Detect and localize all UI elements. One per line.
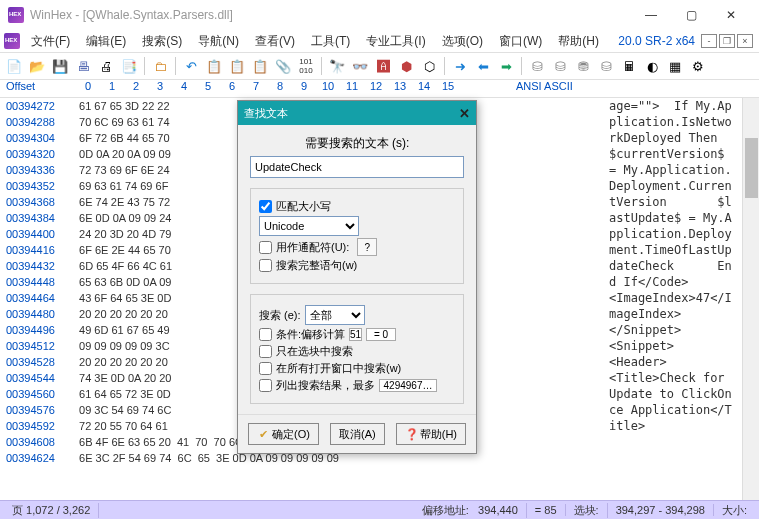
help-button[interactable]: ❓帮助(H) <box>396 423 466 445</box>
sel-only-checkbox[interactable] <box>259 345 272 358</box>
hex-cell[interactable]: 6D 65 4F 66 4C 61 <box>76 258 172 274</box>
hex-cell[interactable]: 43 6F 64 65 3E 0D <box>76 290 171 306</box>
save-icon[interactable]: 💾 <box>50 56 70 76</box>
menu-edit[interactable]: 编辑(E) <box>79 31 133 52</box>
find-next-icon[interactable]: ⬢ <box>396 56 416 76</box>
undo-icon[interactable]: ↶ <box>181 56 201 76</box>
find-text-icon[interactable]: 🅰 <box>373 56 393 76</box>
maximize-button[interactable]: ▢ <box>671 1 711 29</box>
offset-cell: 00394336 <box>0 162 76 178</box>
offset-cell: 00394608 <box>0 434 76 450</box>
list-results-checkbox[interactable] <box>259 379 272 392</box>
disk2-icon[interactable]: ⛁ <box>550 56 570 76</box>
vertical-scrollbar[interactable] <box>742 98 759 500</box>
find-hex-icon[interactable]: 👓 <box>350 56 370 76</box>
calc-icon[interactable]: 🖩 <box>619 56 639 76</box>
hex-cell[interactable]: 69 63 61 74 69 6F <box>76 178 168 194</box>
clip-icon[interactable]: 📎 <box>273 56 293 76</box>
menu-pro[interactable]: 专业工具(I) <box>359 31 432 52</box>
hex-cell[interactable]: 74 3E 0D 0A 20 20 <box>76 370 171 386</box>
offset-cell: 00394464 <box>0 290 76 306</box>
101-icon[interactable]: 101010 <box>296 56 316 76</box>
wildcard-checkbox[interactable] <box>259 241 272 254</box>
ok-button[interactable]: ✔确定(O) <box>248 423 319 445</box>
hex-cell[interactable]: 20 20 20 20 20 20 <box>76 354 168 370</box>
hex-cell[interactable]: 09 3C 54 69 74 6C <box>76 402 171 418</box>
col-6: 6 <box>220 80 244 97</box>
menu-file[interactable]: 文件(F) <box>24 31 77 52</box>
search-text-label: 需要搜索的文本 (s): <box>250 135 464 152</box>
disk4-icon[interactable]: ⛁ <box>596 56 616 76</box>
hex-cell[interactable]: 61 67 65 3D 22 22 <box>76 98 170 114</box>
menu-search[interactable]: 搜索(S) <box>135 31 189 52</box>
cond-value[interactable] <box>349 328 362 341</box>
ascii-column[interactable]: age=""> If My.Application.IsNetworkDeplo… <box>609 98 739 434</box>
offset-cell: 00394512 <box>0 338 76 354</box>
gear-icon[interactable]: ⚙ <box>688 56 708 76</box>
hex-cell[interactable]: 6E 0D 0A 09 09 24 <box>76 210 171 226</box>
ascii-header: ANSI ASCII <box>460 80 573 97</box>
copy2-icon[interactable]: 📋 <box>227 56 247 76</box>
menu-options[interactable]: 选项(O) <box>435 31 490 52</box>
menu-nav[interactable]: 导航(N) <box>191 31 246 52</box>
cond-checkbox[interactable] <box>259 328 272 341</box>
tool1-icon[interactable]: ◐ <box>642 56 662 76</box>
disk1-icon[interactable]: ⛁ <box>527 56 547 76</box>
new-icon[interactable]: 📄 <box>4 56 24 76</box>
open-icon[interactable]: 📂 <box>27 56 47 76</box>
whole-word-checkbox[interactable] <box>259 259 272 272</box>
hex-cell[interactable]: 24 20 3D 20 4D 79 <box>76 226 171 242</box>
save2-icon[interactable]: 🖶 <box>73 56 93 76</box>
disk3-icon[interactable]: ⛃ <box>573 56 593 76</box>
search-input[interactable] <box>250 156 464 178</box>
col-1: 1 <box>100 80 124 97</box>
offset-cell: 00394528 <box>0 354 76 370</box>
mdi-minimize[interactable]: - <box>701 34 717 48</box>
match-case-checkbox[interactable] <box>259 200 272 213</box>
hex-cell[interactable]: 0D 0A 20 0A 09 09 <box>76 146 171 162</box>
dialog-close-icon[interactable]: ✕ <box>459 106 470 121</box>
hex-cell[interactable]: 6F 6E 2E 44 65 70 <box>76 242 171 258</box>
wildcard-char[interactable]: ? <box>357 238 377 256</box>
mdi-restore[interactable]: ❐ <box>719 34 735 48</box>
scope-select[interactable]: 全部 <box>305 305 365 325</box>
mdi-close[interactable]: × <box>737 34 753 48</box>
hex-cell[interactable]: 70 6C 69 63 61 74 <box>76 114 170 130</box>
tool2-icon[interactable]: ▦ <box>665 56 685 76</box>
hex-cell[interactable]: 49 6D 61 67 65 49 <box>76 322 170 338</box>
back-icon[interactable]: ⬅ <box>473 56 493 76</box>
col-12: 12 <box>364 80 388 97</box>
hex-cell[interactable]: 6E 74 2E 43 75 72 <box>76 194 170 210</box>
find-text-dialog: 查找文本 ✕ 需要搜索的文本 (s): 匹配大小写 Unicode 用作通配符(… <box>237 100 477 454</box>
goto-icon[interactable]: ➜ <box>450 56 470 76</box>
list-max[interactable] <box>379 379 437 392</box>
hex-cell[interactable]: 72 20 55 70 64 61 <box>76 418 168 434</box>
close-button[interactable]: ✕ <box>711 1 751 29</box>
cond-eq[interactable] <box>366 328 396 341</box>
find-icon[interactable]: 🔭 <box>327 56 347 76</box>
offset-cell: 00394400 <box>0 226 76 242</box>
menu-help[interactable]: 帮助(H) <box>551 31 606 52</box>
print-icon[interactable]: 🖨 <box>96 56 116 76</box>
cancel-button[interactable]: 取消(A) <box>330 423 385 445</box>
find-prev-icon[interactable]: ⬡ <box>419 56 439 76</box>
encoding-select[interactable]: Unicode <box>259 216 359 236</box>
fwd-icon[interactable]: ➡ <box>496 56 516 76</box>
minimize-button[interactable]: ― <box>631 1 671 29</box>
offset-cell: 00394560 <box>0 386 76 402</box>
hex-cell[interactable]: 72 73 69 6F 6E 24 <box>76 162 170 178</box>
props-icon[interactable]: 📑 <box>119 56 139 76</box>
hex-cell[interactable]: 61 64 65 72 3E 0D <box>76 386 171 402</box>
hex-cell[interactable]: 65 63 6B 0D 0A 09 <box>76 274 171 290</box>
menu-tools[interactable]: 工具(T) <box>304 31 357 52</box>
menu-window[interactable]: 窗口(W) <box>492 31 549 52</box>
menu-view[interactable]: 查看(V) <box>248 31 302 52</box>
all-windows-checkbox[interactable] <box>259 362 272 375</box>
folder-icon[interactable]: 🗀 <box>150 56 170 76</box>
hex-cell[interactable]: 20 20 20 20 20 20 <box>76 306 168 322</box>
copy-icon[interactable]: 📋 <box>204 56 224 76</box>
hex-cell[interactable]: 6F 72 6B 44 65 70 <box>76 130 170 146</box>
paste-icon[interactable]: 📋 <box>250 56 270 76</box>
col-2: 2 <box>124 80 148 97</box>
hex-cell[interactable]: 09 09 09 09 09 3C <box>76 338 170 354</box>
